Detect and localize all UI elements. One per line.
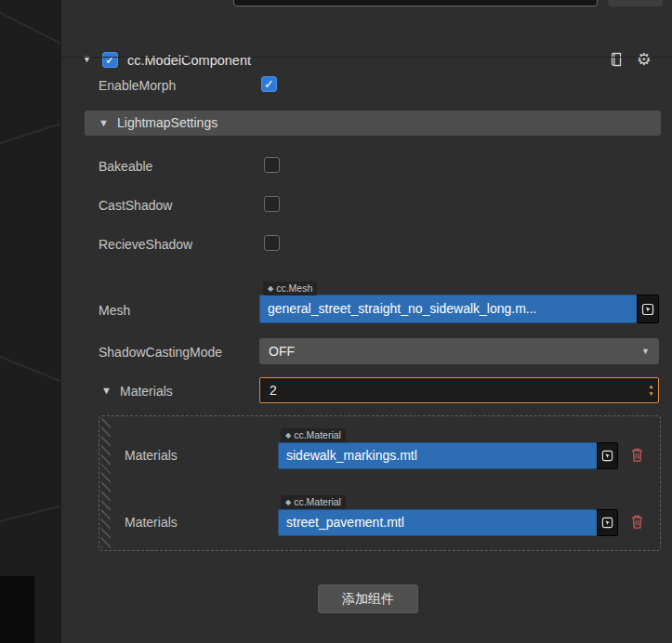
asset-diamond-icon: ◆	[285, 498, 291, 506]
header-divider	[61, 57, 672, 58]
asset-diamond-icon: ◆	[268, 284, 273, 293]
screen: ▼ ✓ cc.ModelComponent ⚙ EnableMorph ✓ ▼ …	[0, 0, 672, 643]
component-title: cc.ModelComponent	[127, 52, 251, 69]
materials-count-stepper[interactable]: ▲ ▼	[644, 378, 658, 402]
stepper-up-icon[interactable]: ▲	[648, 384, 653, 390]
material-1-asset-value[interactable]: street_pavement.mtl	[278, 509, 597, 536]
scene-view-edge	[0, 0, 60, 643]
asset-picker-icon	[601, 450, 613, 462]
material-1-delete-button[interactable]	[630, 514, 645, 531]
asset-picker-icon	[641, 303, 654, 316]
material-1-label: Materials	[125, 514, 178, 531]
material-0-delete-button[interactable]	[630, 447, 645, 464]
lightmap-collapse-caret[interactable]: ▼	[99, 118, 109, 128]
materials-count-field: ▲ ▼	[259, 377, 659, 403]
mesh-picker-button[interactable]	[637, 295, 659, 323]
trash-icon	[630, 514, 644, 530]
materials-collapse-caret[interactable]: ▼	[101, 386, 112, 396]
recieve-shadow-checkbox[interactable]	[264, 235, 280, 251]
add-component-button[interactable]: 添加组件	[318, 584, 418, 613]
material-1-reference-field: street_pavement.mtl	[278, 509, 618, 536]
cast-shadow-label: CastShadow	[99, 197, 172, 214]
cast-shadow-checkbox[interactable]	[264, 196, 280, 212]
scene-wireframe-line	[0, 492, 60, 551]
shadow-casting-mode-label: ShadowCastingMode	[99, 344, 222, 361]
array-hatch-strip	[101, 418, 111, 548]
scene-wireframe-line	[0, 102, 60, 178]
mesh-label: Mesh	[99, 302, 130, 319]
materials-count-input[interactable]	[260, 378, 641, 402]
component-collapse-caret[interactable]: ▼	[82, 54, 92, 64]
chevron-down-icon: ▼	[641, 347, 650, 356]
materials-label: Materials	[120, 383, 173, 400]
scene-wireframe-line	[0, 322, 60, 413]
shadow-casting-mode-value: OFF	[269, 343, 295, 361]
scene-wireframe-line	[0, 0, 60, 91]
mesh-reference-field: general_street_straight_no_sidewalk_long…	[259, 295, 659, 323]
asset-diamond-icon: ◆	[285, 431, 291, 440]
gear-icon[interactable]: ⚙	[637, 51, 652, 68]
top-button-partial[interactable]	[608, 0, 663, 7]
materials-array-container: Materials ◆cc.Material sidewalk_markings…	[99, 415, 661, 551]
material-0-asset-value[interactable]: sidewalk_markings.mtl	[278, 442, 597, 469]
material-0-picker-button[interactable]	[597, 442, 618, 469]
mesh-asset-value[interactable]: general_street_straight_no_sidewalk_long…	[259, 295, 637, 323]
mesh-type-tag: ◆cc.Mesh	[263, 282, 317, 295]
enable-morph-label: EnableMorph	[99, 77, 176, 94]
material-0-reference-field: sidewalk_markings.mtl	[278, 442, 618, 469]
check-icon: ✓	[264, 78, 274, 90]
stepper-down-icon[interactable]: ▼	[648, 391, 653, 398]
material-0-label: Materials	[125, 447, 178, 464]
recieve-shadow-label: RecieveShadow	[99, 236, 192, 253]
inspector-panel: ▼ ✓ cc.ModelComponent ⚙ EnableMorph ✓ ▼ …	[60, 0, 672, 643]
enable-morph-checkbox[interactable]: ✓	[261, 76, 277, 92]
docs-icon[interactable]	[609, 52, 624, 67]
trash-icon	[630, 447, 644, 463]
top-input-partial[interactable]	[233, 0, 598, 7]
shadow-casting-mode-select[interactable]: OFF ▼	[259, 338, 659, 364]
bakeable-label: Bakeable	[99, 158, 152, 175]
bakeable-checkbox[interactable]	[264, 157, 280, 173]
component-enabled-checkbox[interactable]: ✓	[102, 52, 118, 68]
lightmap-settings-header[interactable]: ▼ LightmapSettings	[85, 111, 661, 136]
asset-picker-icon	[601, 517, 613, 529]
material-1-picker-button[interactable]	[597, 509, 618, 536]
component-header: ▼ ✓ cc.ModelComponent ⚙	[61, 23, 672, 53]
material-1-type-tag: ◆cc.Material	[281, 495, 346, 509]
lightmap-settings-title: LightmapSettings	[117, 114, 217, 132]
material-0-type-tag: ◆cc.Material	[281, 428, 346, 442]
check-icon: ✓	[105, 54, 115, 66]
scene-dark-corner	[0, 576, 34, 643]
